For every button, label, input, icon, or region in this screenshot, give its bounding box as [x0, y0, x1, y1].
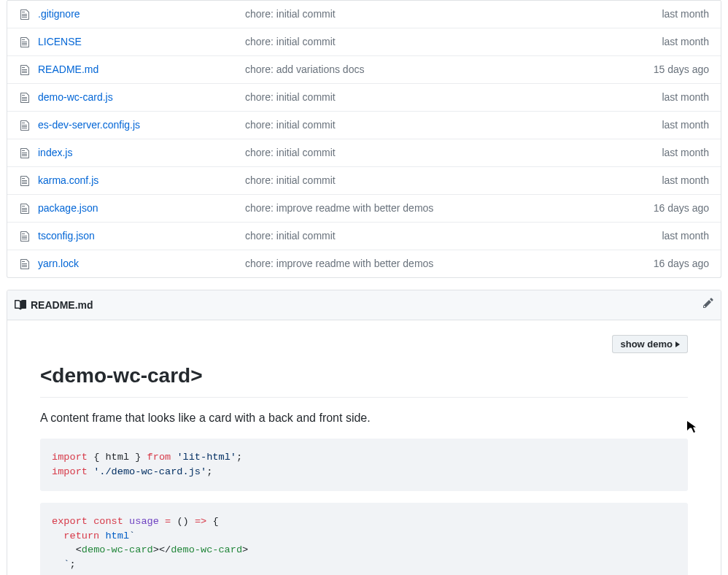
commit-message[interactable]: chore: initial commit	[245, 147, 336, 158]
file-name-link[interactable]: LICENSE	[38, 34, 82, 50]
file-row: es-dev-server.config.js chore: initial c…	[7, 111, 721, 139]
readme-description: A content frame that looks like a card w…	[40, 409, 688, 427]
file-name-link[interactable]: karma.conf.js	[38, 173, 98, 188]
file-icon	[19, 64, 31, 76]
file-icon	[19, 231, 31, 242]
file-icon	[19, 258, 31, 270]
commit-message[interactable]: chore: add variations docs	[245, 63, 364, 75]
file-name-link[interactable]: yarn.lock	[38, 256, 79, 271]
commit-time: last month	[607, 90, 709, 105]
file-list: .gitignore chore: initial commit last mo…	[7, 0, 721, 278]
commit-message[interactable]: chore: initial commit	[245, 119, 336, 131]
file-row: karma.conf.js chore: initial commit last…	[7, 166, 721, 194]
readme-filename: README.md	[31, 298, 93, 313]
readme-box: README.md show demo <demo-wc-card> A con…	[7, 290, 721, 575]
commit-message[interactable]: chore: initial commit	[245, 8, 336, 20]
code-block-1: import { html } from 'lit-html'; import …	[40, 439, 688, 490]
commit-time: last month	[607, 117, 709, 133]
readme-heading: <demo-wc-card>	[40, 360, 688, 398]
file-name-link[interactable]: tsconfig.json	[38, 228, 95, 244]
file-row: package.json chore: improve readme with …	[7, 194, 721, 222]
commit-message[interactable]: chore: initial commit	[245, 91, 336, 103]
edit-icon[interactable]	[703, 297, 713, 313]
commit-message[interactable]: chore: initial commit	[245, 174, 336, 186]
file-name-link[interactable]: README.md	[38, 62, 98, 77]
file-row: index.js chore: initial commit last mont…	[7, 139, 721, 166]
commit-time: 16 days ago	[607, 201, 709, 216]
file-name-link[interactable]: demo-wc-card.js	[38, 90, 113, 105]
cursor-icon	[687, 421, 696, 437]
file-row: README.md chore: add variations docs 15 …	[7, 55, 721, 83]
file-icon	[19, 120, 31, 131]
readme-header: README.md	[7, 290, 721, 320]
file-row: yarn.lock chore: improve readme with bet…	[7, 250, 721, 277]
file-row: LICENSE chore: initial commit last month	[7, 28, 721, 55]
commit-time: last month	[607, 173, 709, 188]
file-icon	[19, 203, 31, 215]
commit-message[interactable]: chore: initial commit	[245, 230, 336, 242]
file-icon	[19, 9, 31, 20]
file-icon	[19, 36, 31, 48]
file-icon	[19, 92, 31, 104]
file-row: tsconfig.json chore: initial commit last…	[7, 222, 721, 250]
commit-message[interactable]: chore: initial commit	[245, 36, 336, 47]
file-icon	[19, 175, 31, 187]
triangle-right-icon	[675, 341, 680, 347]
commit-time: last month	[607, 34, 709, 50]
commit-time: 15 days ago	[607, 62, 709, 77]
commit-time: last month	[607, 7, 709, 22]
commit-message[interactable]: chore: improve readme with better demos	[245, 202, 433, 214]
commit-time: last month	[607, 145, 709, 161]
file-name-link[interactable]: index.js	[38, 145, 72, 161]
commit-time: last month	[607, 228, 709, 244]
code-block-2: export const usage = () => { return html…	[40, 503, 688, 575]
file-name-link[interactable]: package.json	[38, 201, 98, 216]
file-icon	[19, 147, 31, 159]
file-name-link[interactable]: .gitignore	[38, 7, 80, 22]
file-row: .gitignore chore: initial commit last mo…	[7, 0, 721, 28]
show-demo-button[interactable]: show demo	[612, 335, 688, 353]
commit-message[interactable]: chore: improve readme with better demos	[245, 258, 433, 269]
file-name-link[interactable]: es-dev-server.config.js	[38, 117, 140, 133]
file-row: demo-wc-card.js chore: initial commit la…	[7, 83, 721, 111]
commit-time: 16 days ago	[607, 256, 709, 271]
readme-body: show demo <demo-wc-card> A content frame…	[7, 320, 721, 575]
book-icon	[15, 299, 26, 311]
